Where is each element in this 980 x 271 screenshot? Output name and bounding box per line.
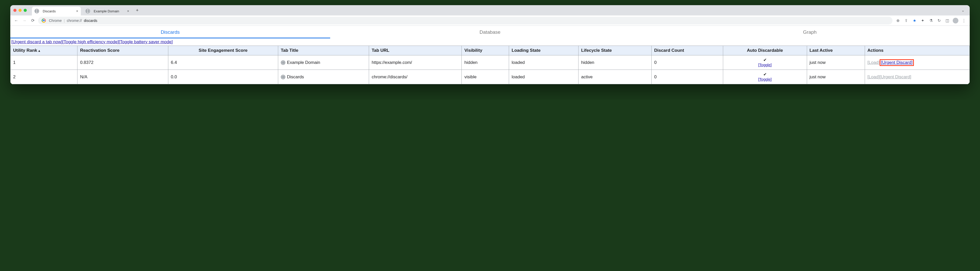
cell-last-active: just now <box>807 70 865 84</box>
col-tab-title[interactable]: Tab Title <box>278 46 369 56</box>
chrome-icon <box>42 19 46 23</box>
col-last-active[interactable]: Last Active <box>807 46 865 56</box>
globe-icon <box>35 9 39 13</box>
reload-button[interactable]: ⟳ <box>30 18 35 23</box>
toggle-auto-link[interactable]: [Toggle] <box>758 77 772 81</box>
titlebar: Discards × Example Domain × + ⌄ <box>10 5 970 16</box>
toggle-battery-saver-link[interactable]: [Toggle battery saver mode] <box>119 40 173 44</box>
subtab-bar: Discards Database Graph <box>10 26 970 38</box>
action-load-link[interactable]: [Load] <box>867 60 880 65</box>
cell-rank: 1 <box>11 56 78 70</box>
browser-tab-example[interactable]: Example Domain × <box>83 7 132 16</box>
sort-asc-icon: ▲ <box>38 49 41 53</box>
table-row: 1 0.8372 6.4 Example Domain https://exam… <box>11 56 970 70</box>
col-utility-rank[interactable]: Utility Rank▲ <box>11 46 78 56</box>
tab-title: Example Domain <box>94 9 119 13</box>
cell-last-active: just now <box>807 56 865 70</box>
cell-url: https://example.com/ <box>369 56 462 70</box>
toggle-high-efficiency-link[interactable]: [Toggle high efficiency mode] <box>62 40 119 44</box>
tab-overflow-button[interactable]: ⌄ <box>959 8 967 12</box>
profile-avatar[interactable] <box>953 18 958 24</box>
col-lifecycle-state[interactable]: Lifecycle State <box>579 46 652 56</box>
cell-discard-count: 0 <box>651 70 723 84</box>
browser-tab-discards[interactable]: Discards × <box>32 7 81 16</box>
page-content: Discards Database Graph [Urgent discard … <box>10 26 970 84</box>
tab-title: Discards <box>43 9 56 13</box>
minimize-window-button[interactable] <box>19 9 22 12</box>
col-tab-url[interactable]: Tab URL <box>369 46 462 56</box>
highlight-box: [Urgent Discard] <box>880 59 914 66</box>
cell-title: Example Domain <box>278 56 369 70</box>
new-tab-button[interactable]: + <box>134 8 141 13</box>
cell-reactivation: 0.8372 <box>78 56 168 70</box>
globe-icon <box>86 9 90 13</box>
cell-actions: [Load][Urgent Discard] <box>865 56 969 70</box>
globe-icon <box>281 75 285 79</box>
cell-title: Discards <box>278 70 369 84</box>
back-button[interactable]: ← <box>13 18 19 23</box>
omnibox[interactable]: Chrome | chrome://discards <box>38 17 892 24</box>
subtab-discards[interactable]: Discards <box>10 26 330 38</box>
globe-icon <box>281 60 285 65</box>
browser-window: Discards × Example Domain × + ⌄ ← → ⟳ Ch… <box>10 5 970 84</box>
cell-auto-discardable: ✔ [Toggle] <box>723 70 807 84</box>
check-icon: ✔ <box>726 57 804 62</box>
cell-auto-discardable: ✔ [Toggle] <box>723 56 807 70</box>
cell-reactivation: N/A <box>78 70 168 84</box>
table-header-row: Utility Rank▲ Reactivation Score Site En… <box>11 46 970 56</box>
cell-lifecycle: active <box>579 70 652 84</box>
cell-actions: [Load][Urgent Discard] <box>865 70 969 84</box>
omnibox-host: chrome:// <box>67 19 81 23</box>
cell-visibility: visible <box>462 70 509 84</box>
close-tab-icon[interactable]: × <box>76 9 78 13</box>
labs-icon[interactable]: ⚗ <box>928 18 934 23</box>
subtab-graph[interactable]: Graph <box>650 26 970 38</box>
forward-button[interactable]: → <box>22 18 27 23</box>
cell-engagement: 0.0 <box>168 70 278 84</box>
top-action-links: [Urgent discard a tab now][Toggle high e… <box>10 38 970 46</box>
cell-rank: 2 <box>11 70 78 84</box>
cell-loading: loaded <box>509 70 579 84</box>
close-tab-icon[interactable]: × <box>127 9 129 13</box>
table-row: 2 N/A 0.0 Discards chrome://discards/ vi… <box>11 70 970 84</box>
bookmark-icon[interactable]: ★ <box>912 18 917 23</box>
cell-engagement: 6.4 <box>168 56 278 70</box>
discards-table: Utility Rank▲ Reactivation Score Site En… <box>10 46 970 84</box>
omnibox-scheme: Chrome <box>49 19 62 23</box>
refresh-icon[interactable]: ↻ <box>936 18 942 23</box>
close-window-button[interactable] <box>13 9 16 12</box>
action-urgent-discard-link[interactable]: [Urgent Discard] <box>880 75 911 79</box>
cell-visibility: hidden <box>462 56 509 70</box>
check-icon: ✔ <box>726 72 804 77</box>
cell-discard-count: 0 <box>651 56 723 70</box>
col-visibility[interactable]: Visibility <box>462 46 509 56</box>
zoom-icon[interactable]: ⊕ <box>895 18 901 23</box>
col-auto-discardable[interactable]: Auto Discardable <box>723 46 807 56</box>
extensions-icon[interactable]: ✦ <box>920 18 926 23</box>
action-load-link[interactable]: [Load] <box>867 75 880 79</box>
cell-url: chrome://discards/ <box>369 70 462 84</box>
toggle-auto-link[interactable]: [Toggle] <box>758 62 772 67</box>
col-site-engagement[interactable]: Site Engagement Score <box>168 46 278 56</box>
urgent-discard-tab-link[interactable]: [Urgent discard a tab now] <box>11 40 62 44</box>
share-icon[interactable]: ⇪ <box>903 18 909 23</box>
subtab-database[interactable]: Database <box>330 26 650 38</box>
menu-icon[interactable]: ⋮ <box>961 18 967 23</box>
sidepanel-icon[interactable]: ◫ <box>945 18 950 23</box>
omnibox-path: discards <box>84 19 97 23</box>
col-reactivation-score[interactable]: Reactivation Score <box>78 46 168 56</box>
col-loading-state[interactable]: Loading State <box>509 46 579 56</box>
maximize-window-button[interactable] <box>24 9 27 12</box>
col-discard-count[interactable]: Discard Count <box>651 46 723 56</box>
window-controls <box>13 9 27 12</box>
action-urgent-discard-link[interactable]: [Urgent Discard] <box>881 60 913 65</box>
cell-lifecycle: hidden <box>579 56 652 70</box>
col-actions[interactable]: Actions <box>865 46 969 56</box>
cell-loading: loaded <box>509 56 579 70</box>
toolbar: ← → ⟳ Chrome | chrome://discards ⊕ ⇪ ★ ✦… <box>10 16 970 26</box>
